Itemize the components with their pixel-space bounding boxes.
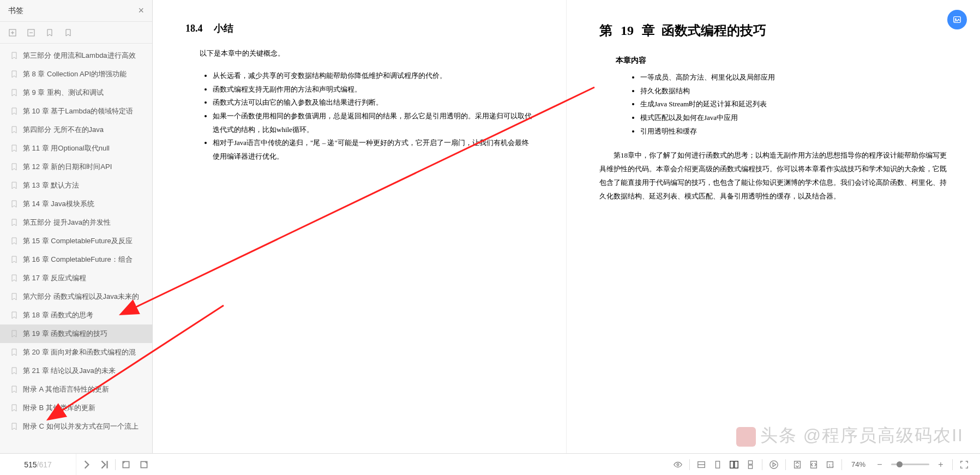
current-page: 515	[24, 460, 37, 469]
fit-visible-icon[interactable]	[809, 460, 819, 470]
svg-rect-12	[730, 461, 734, 468]
bookmark-label: 第六部分 函数式编程以及Java未来的	[23, 292, 139, 302]
bookmark-item[interactable]: 第 18 章 函数式的思考	[0, 306, 152, 324]
bullet-item: 函数式方法可以由它的输入参数及输出结果进行判断。	[213, 96, 533, 110]
toolbar-divider	[762, 459, 762, 470]
bookmark-item[interactable]: 第三部分 使用流和Lambda进行高效	[0, 46, 152, 65]
bookmark-label: 第 14 章 Java模块系统	[23, 199, 94, 209]
two-page-icon[interactable]	[729, 460, 739, 470]
single-page-icon[interactable]	[713, 460, 723, 470]
bookmark-label: 第 19 章 函数式编程的技巧	[23, 329, 107, 339]
sidebar-toolbar	[0, 22, 152, 44]
svg-text:1:1: 1:1	[828, 462, 834, 467]
chapter-paragraph: 第18章中，你了解了如何进行函数式的思考；以构造无副作用方法的思想指导你的程序设…	[599, 149, 947, 203]
bookmark-item[interactable]: 第五部分 提升Java的并发性	[0, 213, 152, 232]
actual-size-icon[interactable]: 1:1	[825, 460, 835, 470]
fullscreen-icon[interactable]	[959, 460, 969, 470]
page-nav-buttons	[76, 454, 115, 475]
chapter-suffix: 章	[642, 23, 655, 38]
section-intro: 以下是本章中的关键概念。	[185, 49, 533, 58]
bookmark-label: 第 21 章 结论以及Java的未来	[23, 366, 116, 376]
bullet-item: 如果一个函数使用相同的参数值调用，总是返回相同的结果，那么它是引用透明的。采用递…	[213, 110, 533, 136]
right-toolbar: 1:1 74% − +	[673, 454, 980, 475]
toolbar-divider	[952, 459, 953, 470]
bookmark-label: 附录 C 如何以并发方式在同一个流上	[23, 422, 139, 431]
zoom-out-icon[interactable]: −	[875, 460, 885, 470]
toolbar-divider	[841, 459, 842, 470]
bookmark-outline-icon[interactable]	[45, 28, 54, 37]
bookmarks-list[interactable]: 第三部分 使用流和Lambda进行高效第 8 章 Collection API的…	[0, 44, 152, 475]
section-number: 18.4	[185, 23, 203, 34]
collapse-icon[interactable]	[27, 28, 35, 37]
zoom-in-icon[interactable]: +	[936, 460, 946, 470]
chapter-prefix: 第	[599, 23, 612, 38]
bookmark-label: 第 9 章 重构、测试和调试	[23, 88, 104, 98]
bookmark-item[interactable]: 第 8 章 Collection API的增强功能	[0, 65, 152, 83]
bookmarks-sidebar: 书签 × 第三部分 使用流和Lambda进行高效第 8 章 Collection…	[0, 0, 153, 475]
sidebar-title: 书签	[8, 6, 23, 16]
bookmark-item[interactable]: 第 10 章 基于Lambda的领域特定语	[0, 102, 152, 121]
bookmark-item[interactable]: 附录 C 如何以并发方式在同一个流上	[0, 417, 152, 436]
bookmark-label: 第 17 章 反应式编程	[23, 273, 86, 283]
fit-page-icon[interactable]	[792, 460, 802, 470]
bookmark-item[interactable]: 第 20 章 面向对象和函数式编程的混	[0, 343, 152, 362]
bookmark-item[interactable]: 第六部分 函数式编程以及Java未来的	[0, 287, 152, 306]
bookmark-label: 第 16 章 CompletableFuture：组合	[23, 255, 133, 264]
view-mode-buttons	[116, 454, 154, 475]
bookmark-item[interactable]: 第 15 章 CompletableFuture及反应	[0, 232, 152, 250]
bookmark-label: 第 12 章 新的日期和时间API	[23, 162, 112, 172]
section-title: 小结	[214, 23, 233, 34]
bookmark-item[interactable]: 第 14 章 Java模块系统	[0, 195, 152, 213]
bookmark-label: 第 18 章 函数式的思考	[23, 310, 93, 320]
bookmark-label: 附录 B 其他类库的更新	[23, 403, 95, 413]
bookmark-item[interactable]: 第 13 章 默认方法	[0, 176, 152, 195]
rotate-left-icon[interactable]	[121, 460, 131, 470]
bookmark-item[interactable]: 第 21 章 结论以及Java的未来	[0, 362, 152, 380]
bookmark-label: 第四部分 无所不在的Java	[23, 125, 104, 135]
continuous-icon[interactable]	[745, 460, 755, 470]
toolbar-divider	[689, 459, 690, 470]
content-item: 生成Java Stream时的延迟计算和延迟列表	[640, 98, 947, 111]
bookmark-item[interactable]: 附录 A 其他语言特性的更新	[0, 380, 152, 399]
page-number-input[interactable]: 515/617	[0, 454, 76, 475]
bookmark-item[interactable]: 第 9 章 重构、测试和调试	[0, 83, 152, 102]
svg-rect-13	[735, 461, 738, 468]
page-right: 第19章 函数式编程的技巧 本章内容 一等成员、高阶方法、柯里化以及局部应用持久…	[567, 0, 980, 453]
document-content: 18.4小结 以下是本章中的关键概念。 从长远看，减少共享的可变数据结构能帮助你…	[153, 0, 980, 453]
close-icon[interactable]: ×	[138, 5, 144, 16]
expand-icon[interactable]	[8, 28, 17, 37]
bookmark-label: 第 15 章 CompletableFuture及反应	[23, 236, 133, 246]
bookmark-item[interactable]: 第 12 章 新的日期和时间API	[0, 158, 152, 176]
bookmark-label: 第五部分 提升Java的并发性	[23, 218, 111, 227]
bookmark-item[interactable]: 第 16 章 CompletableFuture：组合	[0, 250, 152, 269]
zoom-slider[interactable]	[891, 464, 929, 465]
svg-point-8	[677, 464, 679, 466]
last-page-icon[interactable]	[100, 460, 110, 470]
content-item: 引用透明性和缓存	[640, 125, 947, 139]
bookmark-item[interactable]: 附录 B 其他类库的更新	[0, 399, 152, 417]
svg-point-24	[955, 19, 956, 20]
chapter-sub-heading: 本章内容	[616, 56, 947, 65]
total-pages: /617	[37, 460, 52, 469]
float-action-button[interactable]	[947, 10, 967, 29]
play-icon[interactable]	[769, 460, 779, 470]
bookmark-item[interactable]: 第 17 章 反应式编程	[0, 269, 152, 287]
eye-icon[interactable]	[673, 460, 683, 470]
rotate-right-icon[interactable]	[139, 460, 149, 470]
zoom-level[interactable]: 74%	[851, 460, 865, 468]
svg-rect-11	[716, 461, 719, 468]
chapter-name: 函数式编程的技巧	[662, 23, 766, 38]
bookmark-label: 第 8 章 Collection API的增强功能	[23, 69, 127, 79]
section-heading: 18.4小结	[185, 22, 533, 35]
svg-point-16	[770, 460, 778, 468]
bookmark-label: 第 20 章 面向对象和函数式编程的混	[23, 347, 136, 357]
bookmark-item[interactable]: 第四部分 无所不在的Java	[0, 121, 152, 139]
svg-rect-15	[748, 465, 752, 468]
next-page-icon[interactable]	[82, 460, 92, 470]
fit-width-icon[interactable]	[696, 460, 706, 470]
summary-bullets: 从长远看，减少共享的可变数据结构能帮助你降低维护和调试程序的代价。函数式编程支持…	[185, 69, 533, 164]
bullet-item: 函数式编程支持无副作用的方法和声明式编程。	[213, 83, 533, 97]
bookmark-item[interactable]: 第 19 章 函数式编程的技巧	[0, 324, 152, 343]
bookmark-item[interactable]: 第 11 章 用Optional取代null	[0, 139, 152, 158]
bookmark-icon[interactable]	[64, 28, 73, 37]
